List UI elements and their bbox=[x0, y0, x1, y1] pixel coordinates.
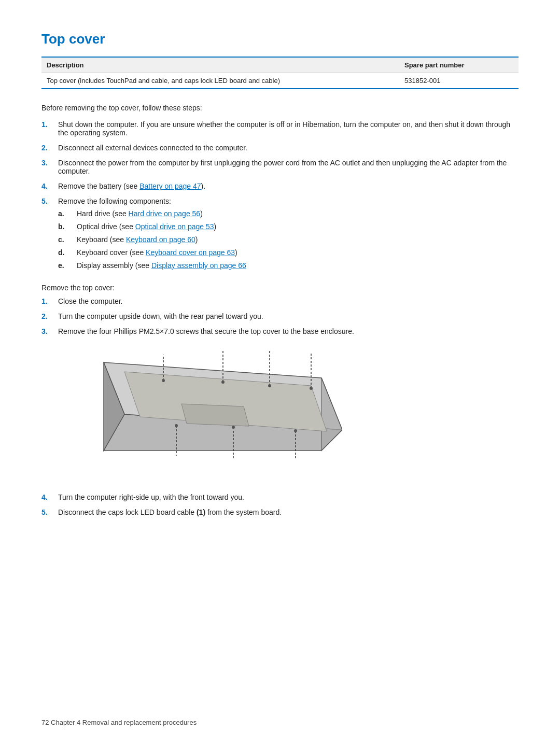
sub-list-item: d.Keyboard cover (see Keyboard cover on … bbox=[58, 248, 246, 257]
sub-list-item: e.Display assembly (see Display assembly… bbox=[58, 261, 246, 270]
page-footer: 72 Chapter 4 Removal and replacement pro… bbox=[41, 719, 197, 726]
table-header-description: Description bbox=[41, 57, 399, 73]
sub-text: Keyboard (see Keyboard on page 60) bbox=[77, 235, 198, 244]
prereq-steps-list: 1.Shut down the computer. If you are uns… bbox=[41, 120, 519, 274]
step-text: Remove the four Phillips PM2.5×7.0 screw… bbox=[58, 327, 354, 335]
sub-link[interactable]: Display assembly on page 66 bbox=[151, 261, 246, 270]
step-text: Turn the computer right-side up, with th… bbox=[58, 493, 244, 501]
sub-text: Hard drive (see Hard drive on page 56) bbox=[77, 209, 203, 218]
step-text: Remove the battery (see Battery on page … bbox=[58, 182, 205, 190]
step-text: Remove the following components:a.Hard d… bbox=[58, 197, 246, 274]
svg-marker-5 bbox=[181, 404, 249, 426]
sub-list-item: b.Optical drive (see Optical drive on pa… bbox=[58, 222, 246, 231]
list-item: 4.Remove the battery (see Battery on pag… bbox=[41, 182, 519, 190]
after-diagram-steps: 4.Turn the computer right-side up, with … bbox=[41, 493, 519, 516]
step-number: 5. bbox=[41, 197, 58, 205]
sub-letter: d. bbox=[58, 248, 77, 257]
list-item: 5.Disconnect the caps lock LED board cab… bbox=[41, 508, 519, 516]
step-text: Disconnect all external devices connecte… bbox=[58, 144, 247, 152]
step-number: 3. bbox=[41, 159, 58, 167]
sub-steps-list: a.Hard drive (see Hard drive on page 56)… bbox=[58, 209, 246, 270]
sub-link[interactable]: Keyboard on page 60 bbox=[126, 235, 195, 244]
table-cell-description: Top cover (includes TouchPad and cable, … bbox=[41, 73, 399, 89]
intro-text: Before removing the top cover, follow th… bbox=[41, 104, 519, 112]
list-item: 2.Turn the computer upside down, with th… bbox=[41, 312, 519, 320]
parts-table: Description Spare part number Top cover … bbox=[41, 57, 519, 89]
bold-text: (1) bbox=[197, 508, 205, 516]
list-item: 1.Shut down the computer. If you are uns… bbox=[41, 120, 519, 137]
list-item: 5.Remove the following components:a.Hard… bbox=[41, 197, 519, 274]
sub-list-item: a.Hard drive (see Hard drive on page 56) bbox=[58, 209, 246, 218]
sub-letter: b. bbox=[58, 222, 77, 231]
step-text: Disconnect the caps lock LED board cable… bbox=[58, 508, 282, 516]
svg-point-7 bbox=[162, 379, 165, 382]
table-header-part-number: Spare part number bbox=[399, 57, 519, 73]
table-row: Top cover (includes TouchPad and cable, … bbox=[41, 73, 519, 89]
svg-point-11 bbox=[268, 384, 271, 387]
step-number: 3. bbox=[41, 327, 58, 335]
table-cell-part-number: 531852-001 bbox=[399, 73, 519, 89]
list-item: 3.Disconnect the power from the computer… bbox=[41, 159, 519, 175]
sub-letter: e. bbox=[58, 261, 77, 270]
laptop-diagram bbox=[73, 347, 342, 482]
sub-list-item: c.Keyboard (see Keyboard on page 60) bbox=[58, 235, 246, 244]
step-text: Disconnect the power from the computer b… bbox=[58, 159, 519, 175]
step-number: 1. bbox=[41, 297, 58, 305]
sub-text: Display assembly (see Display assembly o… bbox=[77, 261, 246, 270]
sub-letter: c. bbox=[58, 235, 77, 244]
step-number: 2. bbox=[41, 144, 58, 152]
remove-section-label: Remove the top cover: bbox=[41, 284, 519, 292]
sub-link[interactable]: Keyboard cover on page 63 bbox=[146, 248, 235, 257]
svg-point-15 bbox=[175, 424, 178, 427]
sub-link[interactable]: Hard drive on page 56 bbox=[129, 209, 201, 218]
list-item: 3.Remove the four Phillips PM2.5×7.0 scr… bbox=[41, 327, 519, 335]
sub-letter: a. bbox=[58, 209, 77, 218]
svg-marker-3 bbox=[321, 378, 342, 451]
step-number: 4. bbox=[41, 182, 58, 190]
svg-point-13 bbox=[310, 387, 313, 390]
svg-point-19 bbox=[294, 429, 297, 432]
list-item: 4.Turn the computer right-side up, with … bbox=[41, 493, 519, 501]
sub-link[interactable]: Optical drive on page 53 bbox=[135, 222, 214, 231]
step-text: Shut down the computer. If you are unsur… bbox=[58, 120, 519, 137]
sub-text: Keyboard cover (see Keyboard cover on pa… bbox=[77, 248, 237, 257]
step-link[interactable]: Battery on page 47 bbox=[139, 182, 201, 190]
svg-point-17 bbox=[232, 426, 235, 429]
step-text: Close the computer. bbox=[58, 297, 123, 305]
sub-text: Optical drive (see Optical drive on page… bbox=[77, 222, 216, 231]
step-number: 5. bbox=[41, 508, 58, 516]
step-number: 1. bbox=[41, 120, 58, 129]
list-item: 2.Disconnect all external devices connec… bbox=[41, 144, 519, 152]
step-text: Turn the computer upside down, with the … bbox=[58, 312, 263, 320]
svg-point-9 bbox=[221, 381, 225, 384]
step-number: 4. bbox=[41, 493, 58, 501]
page-title: Top cover bbox=[41, 31, 519, 47]
remove-steps-list: 1.Close the computer.2.Turn the computer… bbox=[41, 297, 519, 335]
step-number: 2. bbox=[41, 312, 58, 320]
list-item: 1.Close the computer. bbox=[41, 297, 519, 305]
